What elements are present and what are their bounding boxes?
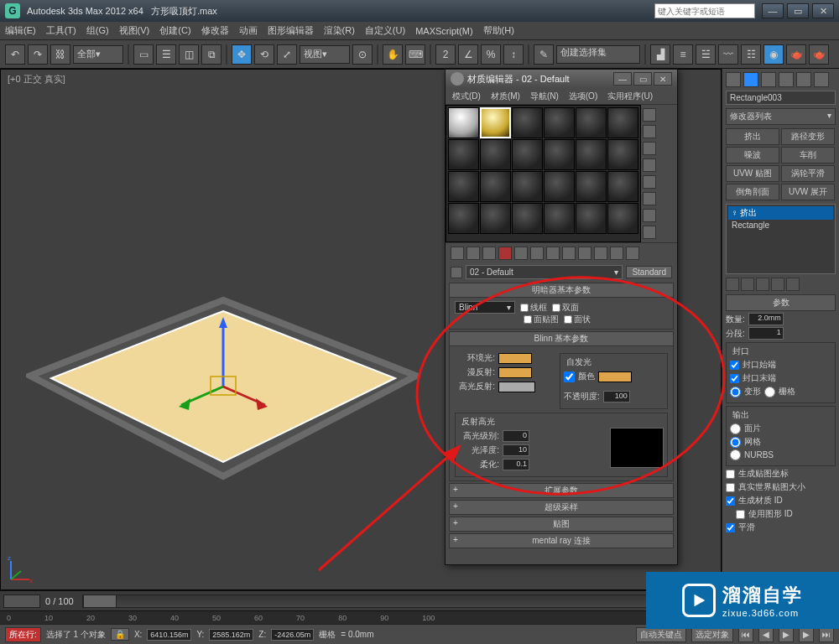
redo-icon[interactable]: ↷ <box>28 44 48 65</box>
show-result-icon[interactable] <box>741 278 754 291</box>
snap-2d-icon[interactable]: 2 <box>435 44 456 65</box>
get-material-icon[interactable] <box>451 247 464 260</box>
close-icon[interactable]: ✕ <box>812 3 834 18</box>
unique-icon[interactable] <box>756 278 769 291</box>
go-parent-icon[interactable] <box>610 247 623 260</box>
selfillum-color-checkbox[interactable] <box>564 371 575 382</box>
sample-slot-14[interactable] <box>480 171 511 202</box>
sample-slot-23[interactable] <box>576 203 607 234</box>
show-end-icon[interactable] <box>594 247 607 260</box>
ambient-swatch[interactable] <box>498 353 532 364</box>
object-name-field[interactable]: Rectangle003 <box>726 91 836 105</box>
out-nurbs-radio[interactable] <box>730 449 741 460</box>
window-crossing-icon[interactable]: ⧉ <box>201 44 221 65</box>
timeline-config-icon[interactable] <box>3 595 40 608</box>
me-menu-options[interactable]: 选项(O) <box>569 91 597 102</box>
me-menu-mode[interactable]: 模式(D) <box>452 91 481 102</box>
mod-noise-button[interactable]: 噪波 <box>726 147 779 164</box>
sample-slot-3[interactable] <box>512 107 543 138</box>
mod-uvwmap-button[interactable]: UVW 贴图 <box>726 165 779 182</box>
facemap-checkbox[interactable] <box>524 315 532 324</box>
mod-extrude-button[interactable]: 挤出 <box>726 128 779 145</box>
snap-percent-icon[interactable]: % <box>481 44 501 65</box>
goto-start-icon[interactable]: ⏮ <box>738 627 753 642</box>
pin-stack-icon[interactable] <box>726 278 739 291</box>
out-patch-radio[interactable] <box>730 423 741 434</box>
time-knob[interactable] <box>83 595 117 608</box>
modifier-stack[interactable]: ♀ 挤出 Rectangle <box>726 204 836 274</box>
move-icon[interactable]: ✥ <box>232 44 252 65</box>
next-frame-icon[interactable]: ▶ <box>799 627 814 642</box>
modify-tab-icon[interactable] <box>743 72 758 87</box>
sample-type-icon[interactable] <box>643 108 656 122</box>
material-editor-titlebar[interactable]: 材质编辑器 - 02 - Default — ▭ ✕ <box>446 70 677 88</box>
snap-angle-icon[interactable]: ∠ <box>458 44 478 65</box>
scale-icon[interactable]: ⤢ <box>277 44 297 65</box>
align-icon[interactable]: ≡ <box>673 44 693 65</box>
sample-slot-7[interactable] <box>448 139 479 170</box>
sample-slot-15[interactable] <box>512 171 543 202</box>
assign-to-sel-icon[interactable] <box>482 247 496 260</box>
lock-selection-icon[interactable]: 🔒 <box>111 628 129 641</box>
mod-bevelprofile-button[interactable]: 倒角剖面 <box>726 184 779 200</box>
z-field[interactable]: -2426.05m <box>271 629 314 641</box>
two-sided-checkbox[interactable] <box>552 304 560 312</box>
menu-maxscript[interactable]: MAXScript(M) <box>415 26 472 36</box>
x-field[interactable]: 6410.156m <box>147 629 191 641</box>
opacity-spinner[interactable]: 100 <box>603 391 630 402</box>
material-name-field[interactable]: 02 - Default▾ <box>466 265 623 279</box>
ref-coord-dropdown[interactable]: 视图 ▾ <box>300 45 350 64</box>
rollout-maps[interactable]: +贴图 <box>449 517 674 532</box>
options-icon[interactable] <box>643 209 656 222</box>
menu-animation[interactable]: 动画 <box>239 24 258 37</box>
make-copy-icon[interactable] <box>514 247 528 260</box>
sample-slot-10[interactable] <box>544 139 575 170</box>
schematic-icon[interactable]: ☷ <box>741 44 761 65</box>
sample-slot-18[interactable] <box>607 171 638 202</box>
menu-modifiers[interactable]: 修改器 <box>201 24 229 37</box>
material-editor-icon[interactable]: ◉ <box>763 44 784 65</box>
stack-item-extrude[interactable]: ♀ 挤出 <box>728 206 833 220</box>
display-tab-icon[interactable] <box>796 72 811 87</box>
specular-swatch[interactable] <box>498 382 535 392</box>
edit-named-sel-icon[interactable]: ✎ <box>534 44 554 65</box>
curve-editor-icon[interactable]: 〰 <box>718 44 738 65</box>
hierarchy-tab-icon[interactable] <box>761 72 776 87</box>
use-center-icon[interactable]: ⊙ <box>352 44 373 65</box>
cap-start-checkbox[interactable] <box>730 361 739 370</box>
viewport-label[interactable]: [+0 正交 真实] <box>8 73 65 86</box>
sample-slot-13[interactable] <box>448 171 479 202</box>
render-icon[interactable]: 🫖 <box>809 44 829 65</box>
sample-slot-17[interactable] <box>576 171 607 202</box>
menu-edit[interactable]: 编辑(E) <box>5 24 36 37</box>
shader-dropdown[interactable]: Blinn▾ <box>455 301 515 314</box>
selfillum-swatch[interactable] <box>598 371 632 382</box>
out-mesh-radio[interactable] <box>730 437 741 448</box>
selection-filter-dropdown[interactable]: 全部 ▾ <box>73 45 123 64</box>
mod-uvwunwrap-button[interactable]: UVW 展开 <box>781 184 835 200</box>
pick-material-icon[interactable] <box>451 267 462 278</box>
put-to-scene-icon[interactable] <box>466 247 480 260</box>
selkey-button[interactable]: 选定对象 <box>691 627 733 642</box>
minimize-icon[interactable]: — <box>762 3 784 18</box>
select-icon[interactable]: ▭ <box>133 44 154 65</box>
cap-grid-radio[interactable] <box>764 387 775 397</box>
make-unique-icon[interactable] <box>530 247 544 260</box>
rollout-parameters[interactable]: 参数 <box>726 294 836 311</box>
me-close-icon[interactable]: ✕ <box>654 72 672 86</box>
create-tab-icon[interactable] <box>726 72 741 87</box>
nowgo-button[interactable]: 所在行: <box>5 627 41 642</box>
menu-view[interactable]: 视图(V) <box>119 24 150 37</box>
gen-mtl-checkbox[interactable] <box>726 496 735 506</box>
undo-icon[interactable]: ↶ <box>5 44 25 65</box>
menu-help[interactable]: 帮助(H) <box>483 24 514 37</box>
rollout-supersample[interactable]: +超级采样 <box>449 500 674 515</box>
autokey-button[interactable]: 自动关键点 <box>636 627 686 642</box>
cap-end-checkbox[interactable] <box>730 374 739 383</box>
soften-spinner[interactable]: 0.1 <box>503 459 529 470</box>
sample-slot-20[interactable] <box>480 203 511 234</box>
rollout-extended[interactable]: +扩展参数 <box>449 483 674 498</box>
layers-icon[interactable]: ☱ <box>696 44 716 65</box>
wire-checkbox[interactable] <box>520 304 529 312</box>
utilities-tab-icon[interactable] <box>814 72 829 87</box>
